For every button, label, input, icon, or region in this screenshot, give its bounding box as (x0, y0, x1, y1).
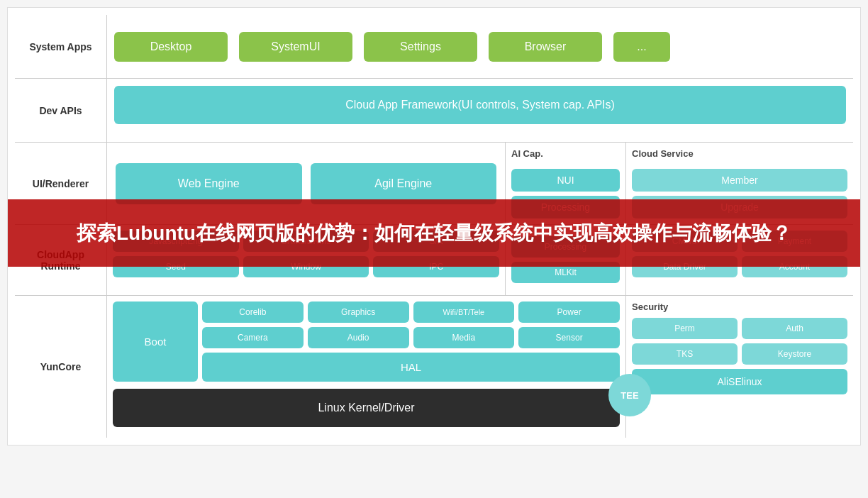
security-label: Security (632, 301, 847, 312)
dev-apis-content: Cloud App Framework(UI controls, System … (107, 79, 853, 142)
yuncore-left: Boot Corelib Graphics Wifi/BT/Tele Power… (107, 296, 626, 438)
dev-apis-label: Dev APIs (15, 79, 107, 142)
audio-button[interactable]: Audio (308, 327, 409, 348)
yuncore-right: Security Perm Auth TKS Keystore AliSElin… (626, 296, 853, 438)
web-engine-button[interactable]: Web Engine (116, 163, 302, 204)
main-diagram: System Apps Desktop SystemUI Settings Br… (7, 7, 861, 446)
member-button[interactable]: Member (632, 169, 847, 192)
hal-button[interactable]: HAL (202, 353, 620, 382)
yuncore-grid1: Corelib Graphics Wifi/BT/Tele Power (202, 301, 620, 323)
security-grid: Perm Auth TKS Keystore (632, 318, 847, 365)
system-apps-row: System Apps Desktop SystemUI Settings Br… (15, 15, 853, 79)
yuncore-label: YunCore (15, 296, 107, 438)
overlay-banner: 探索Lubuntu在线网页版的优势：如何在轻量级系统中实现高效操作与流畅体验？ (8, 199, 860, 267)
media-button[interactable]: Media (413, 327, 515, 348)
wifi-button[interactable]: Wifi/BT/Tele (413, 301, 515, 323)
camera-button[interactable]: Camera (202, 327, 304, 348)
keystore-button[interactable]: Keystore (742, 343, 847, 365)
power-button[interactable]: Power (518, 301, 620, 323)
nui-button[interactable]: NUI (511, 169, 620, 192)
desktop-button[interactable]: Desktop (114, 32, 228, 62)
yuncore-top-section: Boot Corelib Graphics Wifi/BT/Tele Power… (113, 301, 620, 382)
agil-engine-button[interactable]: Agil Engine (311, 163, 497, 204)
browser-button[interactable]: Browser (489, 32, 602, 62)
sensor-button[interactable]: Sensor (518, 327, 620, 348)
system-apps-label: System Apps (15, 15, 107, 78)
kernel-button[interactable]: Linux Kernel/Driver (113, 389, 620, 427)
more-button[interactable]: ... (613, 32, 670, 62)
boot-button[interactable]: Boot (113, 301, 198, 382)
corelib-button[interactable]: Corelib (202, 301, 304, 323)
yuncore-grid-wrapper: Corelib Graphics Wifi/BT/Tele Power Came… (202, 301, 620, 382)
aliselunix-button[interactable]: AliSElinux (632, 369, 847, 394)
systemui-button[interactable]: SystemUI (239, 32, 352, 62)
perm-button[interactable]: Perm (632, 318, 738, 339)
system-apps-content: Desktop SystemUI Settings Browser ... (107, 15, 853, 78)
auth-button[interactable]: Auth (742, 318, 847, 339)
graphics-button[interactable]: Graphics (308, 301, 409, 323)
yuncore-row: YunCore Boot Corelib Graphics Wifi/BT/Te… (15, 296, 853, 438)
dev-apis-row: Dev APIs Cloud App Framework(UI controls… (15, 79, 853, 143)
yuncore-grid2: Camera Audio Media Sensor (202, 327, 620, 348)
cloud-app-framework-button[interactable]: Cloud App Framework(UI controls, System … (114, 86, 846, 124)
cloud-service-label: Cloud Service (632, 148, 847, 159)
settings-button[interactable]: Settings (364, 32, 477, 62)
tee-bubble: TEE (608, 374, 651, 416)
tks-button[interactable]: TKS (632, 343, 738, 365)
ai-cap-label: AI Cap. (511, 148, 620, 159)
